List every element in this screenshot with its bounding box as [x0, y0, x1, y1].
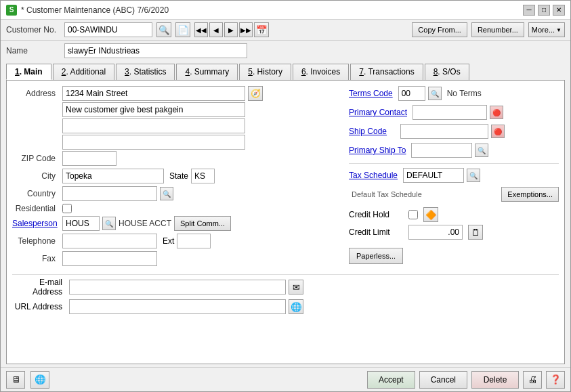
zip-input[interactable]: [62, 151, 117, 166]
primary-ship-to-row: Primary Ship To 🔍: [349, 143, 559, 158]
primary-contact-search-button[interactable]: 🔴: [490, 106, 503, 119]
credit-limit-label: Credit Limit: [349, 227, 403, 237]
state-label: State: [169, 171, 188, 181]
terms-code-row: Terms Code 🔍 No Terms: [349, 86, 559, 101]
url-input[interactable]: [69, 299, 286, 314]
address-line3-input[interactable]: [62, 118, 245, 133]
window-title: * Customer Maintenance (ABC) 7/6/2020: [21, 5, 169, 15]
customer-doc-button[interactable]: 📄: [175, 22, 190, 37]
tab-statistics[interactable]: 3. Statistics: [116, 64, 175, 80]
address-label: Address: [12, 89, 60, 98]
sage-footer-icon[interactable]: 🖥: [6, 371, 25, 389]
primary-contact-input[interactable]: [413, 105, 487, 120]
name-input[interactable]: [64, 43, 247, 58]
bottom-panel: E-mail Address ✉ URL Address 🌐: [12, 274, 559, 317]
nav-last-button[interactable]: ▶▶: [239, 22, 253, 37]
main-content: Address 🧭 ZIP Code: [6, 80, 565, 364]
tab-history[interactable]: 5. History: [239, 64, 291, 80]
primary-ship-to-input[interactable]: [411, 143, 472, 158]
world-footer-icon[interactable]: 🌐: [30, 371, 49, 389]
tab-additional[interactable]: 2. Additional: [53, 64, 114, 80]
email-input[interactable]: [69, 280, 286, 295]
more-button[interactable]: More... ▼: [528, 22, 565, 37]
salesperson-code-input[interactable]: [62, 216, 100, 231]
email-icon-button[interactable]: ✉: [289, 280, 303, 295]
close-button[interactable]: ✕: [553, 5, 565, 16]
tax-schedule-search-button[interactable]: 🔍: [467, 169, 480, 182]
copy-from-button[interactable]: Copy From...: [412, 22, 467, 37]
state-input[interactable]: [191, 169, 215, 183]
credit-limit-icon-button[interactable]: 🗒: [468, 225, 483, 240]
renumber-button[interactable]: Renumber...: [471, 22, 524, 37]
telephone-input[interactable]: [62, 234, 157, 248]
city-input[interactable]: [62, 169, 164, 183]
tax-schedule-input[interactable]: [403, 168, 464, 183]
tab-summary[interactable]: 4. Summary: [176, 64, 238, 80]
tab-transactions[interactable]: 7. Transactions: [350, 64, 423, 80]
zip-label: ZIP Code: [12, 154, 60, 163]
cancel-button[interactable]: Cancel: [419, 371, 467, 389]
minimize-button[interactable]: ─: [523, 5, 535, 16]
more-dropdown-arrow: ▼: [556, 27, 562, 33]
print-button[interactable]: 🖨: [523, 371, 542, 389]
nav-next-button[interactable]: ▶: [224, 22, 238, 37]
tab-bar: 1. Main 2. Additional 3. Statistics 4. S…: [1, 61, 570, 80]
fax-label: Fax: [12, 254, 60, 263]
country-label: Country: [12, 189, 60, 198]
maximize-button[interactable]: □: [538, 5, 550, 16]
tab-invoices[interactable]: 6. Invoices: [293, 64, 349, 80]
telephone-label: Telephone: [12, 236, 60, 246]
exemptions-button[interactable]: Exemptions...: [501, 187, 559, 202]
address-line4-input[interactable]: [62, 135, 245, 150]
customer-search-button[interactable]: 🔍: [156, 22, 171, 37]
nav-calendar-button[interactable]: 📅: [254, 22, 269, 37]
primary-ship-to-link[interactable]: Primary Ship To: [349, 146, 406, 155]
title-bar: S * Customer Maintenance (ABC) 7/6/2020 …: [1, 1, 570, 20]
ext-label: Ext: [163, 236, 174, 246]
primary-contact-row: Primary Contact 🔴: [349, 105, 559, 120]
residential-checkbox[interactable]: [62, 204, 72, 213]
help-button[interactable]: ❓: [546, 371, 565, 389]
url-icon-button[interactable]: 🌐: [289, 299, 303, 314]
credit-hold-checkbox[interactable]: [408, 210, 418, 219]
salesperson-search-button[interactable]: 🔍: [102, 217, 116, 230]
credit-limit-input[interactable]: [408, 225, 463, 240]
email-label: E-mail Address: [12, 278, 66, 297]
ship-code-link[interactable]: Ship Code: [349, 127, 387, 136]
country-search-button[interactable]: 🔍: [160, 187, 173, 200]
ship-code-row: Ship Code 🔴: [349, 124, 559, 139]
tab-sos[interactable]: 8. S/Os: [425, 64, 469, 80]
accept-button[interactable]: Accept: [367, 371, 415, 389]
ship-code-input[interactable]: [400, 124, 488, 139]
split-comm-button[interactable]: Split Comm...: [174, 216, 231, 231]
tab-main[interactable]: 1. Main: [6, 64, 51, 80]
primary-ship-to-search-button[interactable]: 🔍: [475, 144, 488, 157]
primary-contact-link[interactable]: Primary Contact: [349, 108, 407, 117]
country-input[interactable]: [62, 186, 157, 201]
terms-search-button[interactable]: 🔍: [428, 87, 442, 100]
salesperson-link[interactable]: Salesperson: [12, 219, 58, 228]
delete-button[interactable]: Delete: [471, 371, 519, 389]
address-line3-row: [12, 118, 341, 133]
residential-row: Residential: [12, 204, 341, 213]
ship-code-search-button[interactable]: 🔴: [491, 125, 505, 138]
credit-limit-row: Credit Limit 🗒: [349, 225, 559, 240]
address-row: Address 🧭: [12, 86, 341, 101]
customer-no-input[interactable]: [64, 22, 152, 37]
compass-button[interactable]: 🧭: [248, 86, 263, 101]
terms-code-link[interactable]: Terms Code: [349, 89, 393, 98]
nav-first-button[interactable]: ◀◀: [194, 22, 208, 37]
url-label: URL Address: [12, 302, 66, 311]
fax-input[interactable]: [62, 251, 157, 266]
address-line1-input[interactable]: [62, 86, 245, 101]
terms-code-input[interactable]: [398, 86, 425, 101]
credit-hold-icon-button[interactable]: 🔶: [423, 207, 438, 222]
ext-input[interactable]: [177, 234, 211, 248]
address-line4-row: [12, 135, 341, 150]
address-line2-input[interactable]: [62, 102, 245, 117]
tax-schedule-row: Tax Schedule 🔍: [349, 168, 559, 183]
paperless-button[interactable]: Paperless...: [349, 248, 403, 264]
city-label: City: [12, 171, 60, 181]
nav-prev-button[interactable]: ◀: [209, 22, 223, 37]
tax-schedule-link[interactable]: Tax Schedule: [349, 171, 398, 180]
